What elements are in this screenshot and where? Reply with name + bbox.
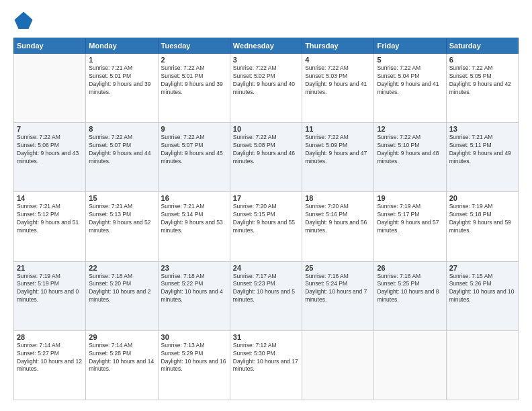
calendar-day-cell: 18Sunrise: 7:20 AMSunset: 5:16 PMDayligh… — [302, 192, 374, 261]
calendar-day-cell: 23Sunrise: 7:18 AMSunset: 5:22 PMDayligh… — [158, 261, 230, 330]
calendar-day-cell: 21Sunrise: 7:19 AMSunset: 5:19 PMDayligh… — [14, 261, 86, 330]
day-number: 13 — [449, 125, 515, 133]
calendar-day-cell: 30Sunrise: 7:13 AMSunset: 5:29 PMDayligh… — [158, 330, 230, 400]
logo — [13, 11, 36, 31]
day-info: Sunrise: 7:16 AMSunset: 5:24 PMDaylight:… — [305, 273, 371, 305]
calendar-day-cell: 16Sunrise: 7:21 AMSunset: 5:14 PMDayligh… — [158, 192, 230, 261]
day-number: 30 — [161, 333, 227, 341]
calendar-week-row: 1Sunrise: 7:21 AMSunset: 5:01 PMDaylight… — [14, 54, 519, 123]
calendar-day-cell: 27Sunrise: 7:15 AMSunset: 5:26 PMDayligh… — [446, 261, 518, 330]
day-number: 20 — [449, 194, 515, 202]
calendar-day-cell — [14, 54, 86, 123]
day-info: Sunrise: 7:22 AMSunset: 5:07 PMDaylight:… — [161, 134, 227, 166]
day-number: 10 — [233, 125, 299, 133]
calendar-day-cell: 12Sunrise: 7:22 AMSunset: 5:10 PMDayligh… — [374, 123, 446, 192]
day-number: 23 — [161, 264, 227, 272]
calendar-day-cell: 5Sunrise: 7:22 AMSunset: 5:04 PMDaylight… — [374, 54, 446, 123]
calendar-day-cell — [446, 330, 518, 400]
calendar-day-cell — [374, 330, 446, 400]
day-number: 16 — [161, 194, 227, 202]
calendar-day-header: Wednesday — [230, 38, 302, 54]
day-number: 17 — [233, 194, 299, 202]
day-number: 21 — [17, 264, 83, 272]
calendar-day-cell: 19Sunrise: 7:19 AMSunset: 5:17 PMDayligh… — [374, 192, 446, 261]
day-number: 9 — [161, 125, 227, 133]
day-info: Sunrise: 7:21 AMSunset: 5:13 PMDaylight:… — [89, 203, 154, 235]
calendar-week-row: 14Sunrise: 7:21 AMSunset: 5:12 PMDayligh… — [14, 192, 519, 261]
day-info: Sunrise: 7:22 AMSunset: 5:06 PMDaylight:… — [17, 134, 83, 166]
calendar-day-cell: 15Sunrise: 7:21 AMSunset: 5:13 PMDayligh… — [86, 192, 158, 261]
day-info: Sunrise: 7:19 AMSunset: 5:18 PMDaylight:… — [449, 203, 515, 235]
calendar-day-cell: 6Sunrise: 7:22 AMSunset: 5:05 PMDaylight… — [446, 54, 518, 123]
calendar-day-cell: 1Sunrise: 7:21 AMSunset: 5:01 PMDaylight… — [86, 54, 158, 123]
day-info: Sunrise: 7:18 AMSunset: 5:20 PMDaylight:… — [89, 273, 154, 305]
calendar-day-header: Monday — [86, 38, 158, 54]
day-info: Sunrise: 7:21 AMSunset: 5:12 PMDaylight:… — [17, 203, 83, 235]
day-info: Sunrise: 7:18 AMSunset: 5:22 PMDaylight:… — [161, 273, 227, 305]
calendar-day-cell: 7Sunrise: 7:22 AMSunset: 5:06 PMDaylight… — [14, 123, 86, 192]
day-info: Sunrise: 7:21 AMSunset: 5:14 PMDaylight:… — [161, 203, 227, 235]
calendar-week-row: 7Sunrise: 7:22 AMSunset: 5:06 PMDaylight… — [14, 123, 519, 192]
day-number: 7 — [17, 125, 83, 133]
day-info: Sunrise: 7:13 AMSunset: 5:29 PMDaylight:… — [161, 342, 227, 374]
calendar-day-cell: 20Sunrise: 7:19 AMSunset: 5:18 PMDayligh… — [446, 192, 518, 261]
calendar-day-cell — [302, 330, 374, 400]
day-info: Sunrise: 7:22 AMSunset: 5:03 PMDaylight:… — [305, 64, 371, 97]
logo-icon — [13, 11, 34, 31]
calendar-table: SundayMondayTuesdayWednesdayThursdayFrid… — [13, 38, 519, 400]
calendar-header-row: SundayMondayTuesdayWednesdayThursdayFrid… — [14, 38, 519, 54]
day-info: Sunrise: 7:22 AMSunset: 5:07 PMDaylight:… — [89, 134, 154, 166]
calendar-day-cell: 3Sunrise: 7:22 AMSunset: 5:02 PMDaylight… — [230, 54, 302, 123]
day-info: Sunrise: 7:22 AMSunset: 5:08 PMDaylight:… — [233, 134, 299, 166]
calendar-day-cell: 14Sunrise: 7:21 AMSunset: 5:12 PMDayligh… — [14, 192, 86, 261]
day-number: 31 — [233, 333, 299, 341]
day-info: Sunrise: 7:20 AMSunset: 5:15 PMDaylight:… — [233, 203, 299, 235]
day-number: 1 — [89, 56, 154, 64]
calendar-day-cell: 28Sunrise: 7:14 AMSunset: 5:27 PMDayligh… — [14, 330, 86, 400]
calendar-day-cell: 31Sunrise: 7:12 AMSunset: 5:30 PMDayligh… — [230, 330, 302, 400]
header — [13, 11, 519, 31]
calendar-day-header: Tuesday — [158, 38, 230, 54]
day-number: 25 — [305, 264, 371, 272]
day-info: Sunrise: 7:21 AMSunset: 5:11 PMDaylight:… — [449, 134, 515, 166]
day-info: Sunrise: 7:12 AMSunset: 5:30 PMDaylight:… — [233, 342, 299, 374]
calendar-day-header: Saturday — [446, 38, 518, 54]
day-info: Sunrise: 7:22 AMSunset: 5:04 PMDaylight:… — [377, 64, 443, 97]
day-number: 27 — [449, 264, 515, 272]
calendar-day-cell: 9Sunrise: 7:22 AMSunset: 5:07 PMDaylight… — [158, 123, 230, 192]
day-number: 15 — [89, 194, 154, 202]
day-info: Sunrise: 7:22 AMSunset: 5:02 PMDaylight:… — [233, 64, 299, 97]
calendar-day-header: Thursday — [302, 38, 374, 54]
calendar-week-row: 21Sunrise: 7:19 AMSunset: 5:19 PMDayligh… — [14, 261, 519, 330]
calendar-day-cell: 24Sunrise: 7:17 AMSunset: 5:23 PMDayligh… — [230, 261, 302, 330]
day-info: Sunrise: 7:19 AMSunset: 5:19 PMDaylight:… — [17, 273, 83, 305]
day-info: Sunrise: 7:19 AMSunset: 5:17 PMDaylight:… — [377, 203, 443, 235]
day-number: 14 — [17, 194, 83, 202]
day-info: Sunrise: 7:20 AMSunset: 5:16 PMDaylight:… — [305, 203, 371, 235]
calendar-day-cell: 25Sunrise: 7:16 AMSunset: 5:24 PMDayligh… — [302, 261, 374, 330]
day-info: Sunrise: 7:15 AMSunset: 5:26 PMDaylight:… — [449, 273, 515, 305]
day-info: Sunrise: 7:21 AMSunset: 5:01 PMDaylight:… — [89, 64, 154, 97]
calendar-day-cell: 10Sunrise: 7:22 AMSunset: 5:08 PMDayligh… — [230, 123, 302, 192]
day-info: Sunrise: 7:22 AMSunset: 5:10 PMDaylight:… — [377, 134, 443, 166]
day-number: 11 — [305, 125, 371, 133]
day-number: 24 — [233, 264, 299, 272]
day-info: Sunrise: 7:14 AMSunset: 5:28 PMDaylight:… — [89, 342, 154, 374]
day-number: 19 — [377, 194, 443, 202]
calendar-day-header: Friday — [374, 38, 446, 54]
day-info: Sunrise: 7:22 AMSunset: 5:05 PMDaylight:… — [449, 64, 515, 97]
calendar-day-cell: 2Sunrise: 7:22 AMSunset: 5:01 PMDaylight… — [158, 54, 230, 123]
day-number: 12 — [377, 125, 443, 133]
day-number: 29 — [89, 333, 154, 341]
day-number: 26 — [377, 264, 443, 272]
day-number: 8 — [89, 125, 154, 133]
day-info: Sunrise: 7:22 AMSunset: 5:09 PMDaylight:… — [305, 134, 371, 166]
calendar-day-cell: 11Sunrise: 7:22 AMSunset: 5:09 PMDayligh… — [302, 123, 374, 192]
page: SundayMondayTuesdayWednesdayThursdayFrid… — [0, 0, 532, 411]
day-info: Sunrise: 7:14 AMSunset: 5:27 PMDaylight:… — [17, 342, 83, 374]
calendar-day-cell: 29Sunrise: 7:14 AMSunset: 5:28 PMDayligh… — [86, 330, 158, 400]
day-number: 18 — [305, 194, 371, 202]
calendar-day-header: Sunday — [14, 38, 86, 54]
calendar-day-cell: 13Sunrise: 7:21 AMSunset: 5:11 PMDayligh… — [446, 123, 518, 192]
calendar-day-cell: 26Sunrise: 7:16 AMSunset: 5:25 PMDayligh… — [374, 261, 446, 330]
